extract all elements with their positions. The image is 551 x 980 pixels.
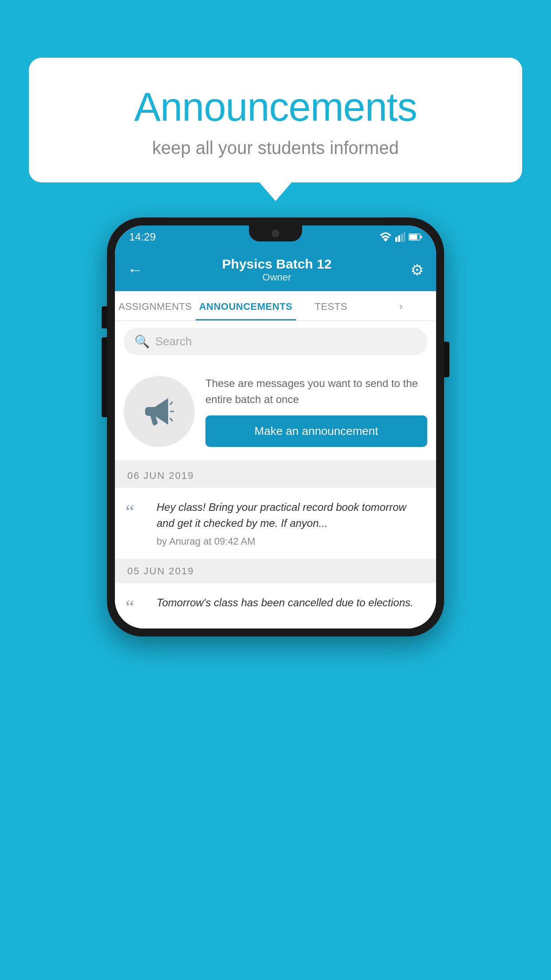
bubble-title: Announcements	[64, 84, 487, 130]
svg-rect-6	[421, 236, 422, 238]
svg-rect-1	[398, 235, 400, 242]
app-header: ← Physics Batch 12 Owner ⚙	[115, 249, 436, 291]
phone-outer: 14:29	[107, 217, 444, 636]
volume-btn-1	[102, 306, 107, 328]
status-icons	[379, 232, 422, 242]
search-input-wrap[interactable]: 🔍 Search	[124, 328, 427, 355]
promo-description: These are messages you want to send to t…	[205, 375, 427, 407]
signal-icon	[395, 232, 405, 242]
date-separator-2: 05 JUN 2019	[115, 559, 436, 583]
tabs-bar: ASSIGNMENTS ANNOUNCEMENTS TESTS ›	[115, 291, 436, 321]
promo-right: These are messages you want to send to t…	[205, 375, 427, 447]
volume-btn-2	[102, 337, 107, 373]
megaphone-icon	[142, 394, 177, 429]
svg-line-7	[170, 402, 173, 405]
phone-screen: 14:29	[115, 225, 436, 628]
announcement-content-1: Hey class! Bring your practical record b…	[157, 499, 425, 547]
quote-icon-2: “	[126, 595, 148, 617]
bubble-subtitle: keep all your students informed	[64, 138, 487, 158]
tab-assignments[interactable]: ASSIGNMENTS	[115, 291, 196, 320]
svg-rect-5	[409, 235, 417, 240]
speech-bubble-container: Announcements keep all your students inf…	[29, 58, 522, 182]
wifi-icon	[379, 232, 392, 242]
back-button[interactable]: ←	[127, 261, 143, 279]
promo-block: These are messages you want to send to t…	[115, 362, 436, 464]
svg-rect-2	[401, 234, 403, 242]
promo-icon-circle	[124, 376, 195, 447]
search-icon: 🔍	[134, 334, 150, 349]
tab-more[interactable]: ›	[366, 291, 436, 320]
announcement-text-2: Tomorrow's class has been cancelled due …	[157, 595, 425, 611]
announcement-meta-1: by Anurag at 09:42 AM	[157, 536, 425, 547]
svg-rect-3	[404, 232, 405, 242]
date-separator-1: 06 JUN 2019	[115, 464, 436, 488]
status-time: 14:29	[129, 231, 156, 243]
search-bar: 🔍 Search	[115, 321, 436, 362]
batch-title: Physics Batch 12	[222, 257, 332, 272]
announcement-item-1[interactable]: “ Hey class! Bring your practical record…	[115, 488, 436, 559]
battery-icon	[409, 233, 422, 241]
svg-rect-0	[395, 237, 398, 242]
svg-line-9	[170, 418, 173, 421]
announcement-text-1: Hey class! Bring your practical record b…	[157, 499, 425, 531]
batch-role: Owner	[222, 272, 332, 283]
phone-notch	[249, 225, 302, 241]
phone-mockup: 14:29	[107, 217, 444, 636]
front-camera	[272, 229, 279, 237]
quote-icon-1: “	[126, 499, 148, 547]
settings-icon[interactable]: ⚙	[410, 261, 424, 279]
search-placeholder: Search	[155, 335, 192, 348]
make-announcement-button[interactable]: Make an announcement	[205, 415, 427, 447]
tab-announcements[interactable]: ANNOUNCEMENTS	[196, 291, 296, 320]
volume-btn-3	[102, 382, 107, 417]
announcement-item-2[interactable]: “ Tomorrow's class has been cancelled du…	[115, 583, 436, 628]
header-center: Physics Batch 12 Owner	[222, 257, 332, 283]
announcement-content-2: Tomorrow's class has been cancelled due …	[157, 595, 425, 617]
speech-bubble: Announcements keep all your students inf…	[29, 58, 522, 182]
tab-tests[interactable]: TESTS	[296, 291, 366, 320]
